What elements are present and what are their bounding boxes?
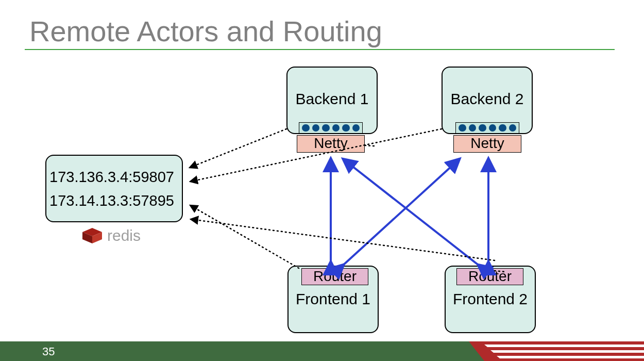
redis-address-2: 173.14.13.3:57895 — [49, 189, 179, 212]
actor-dot-icon — [499, 124, 506, 132]
actor-dot-icon — [352, 124, 360, 132]
redis-logo: redis — [82, 227, 141, 244]
actor-dot-icon — [479, 124, 486, 132]
actor-dot-icon — [322, 124, 330, 132]
backend-1-netty: Netty — [297, 135, 365, 153]
svg-line-7 — [190, 129, 286, 168]
actor-dot-icon — [469, 124, 477, 132]
backend-1-label: Backend 1 — [287, 90, 377, 108]
svg-line-5 — [343, 160, 459, 266]
frontend-1-label: Frontend 1 — [289, 290, 378, 308]
footer-flag-icon — [469, 341, 644, 361]
actor-dot-icon — [342, 124, 350, 132]
actor-dot-icon — [459, 124, 466, 132]
redis-address-1: 173.136.3.4:59807 — [49, 165, 179, 189]
actor-dot-icon — [509, 124, 517, 132]
actor-dot-icon — [332, 124, 340, 132]
frontend-2-label: Frontend 2 — [446, 290, 535, 308]
svg-marker-15 — [490, 350, 644, 353]
backend-2-label: Backend 2 — [443, 90, 532, 108]
svg-line-11 — [191, 219, 495, 260]
svg-line-10 — [190, 205, 299, 268]
frontend-2-router: Router — [456, 268, 523, 285]
redis-cube-icon — [82, 228, 102, 243]
backend-2-dotbar — [455, 122, 519, 134]
slide-title: Remote Actors and Routing — [29, 14, 382, 48]
actor-dot-icon — [312, 124, 320, 132]
redis-label: redis — [107, 227, 141, 244]
actor-dot-icon — [302, 124, 310, 132]
redis-address-box: 173.136.3.4:59807 173.14.13.3:57895 — [45, 155, 183, 222]
backend-2-netty: Netty — [453, 135, 521, 153]
svg-line-9 — [365, 145, 374, 146]
frontend-1-router: Router — [301, 268, 368, 285]
svg-line-6 — [344, 160, 479, 266]
actor-dot-icon — [489, 124, 497, 132]
backend-1-dotbar — [299, 122, 363, 134]
page-number: 35 — [42, 345, 55, 358]
svg-marker-16 — [497, 356, 644, 358]
title-underline — [25, 49, 615, 50]
svg-marker-14 — [484, 344, 644, 347]
